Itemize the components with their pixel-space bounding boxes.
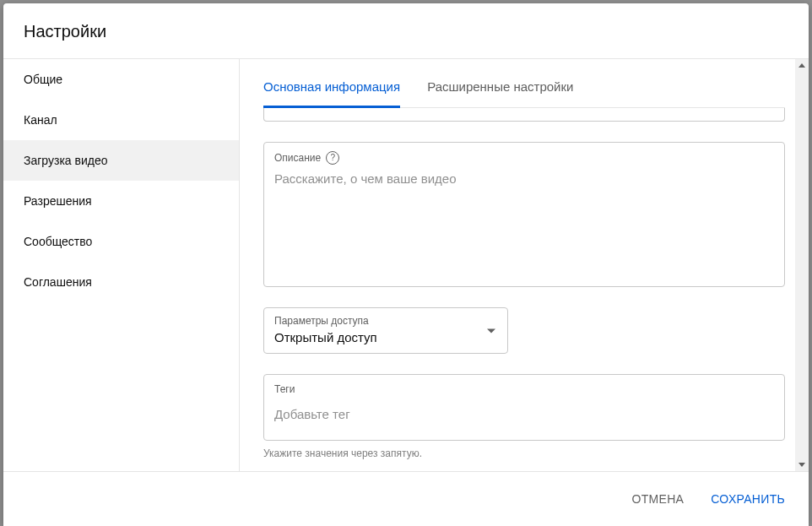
- save-button[interactable]: СОХРАНИТЬ: [707, 485, 788, 512]
- tags-input[interactable]: [274, 407, 774, 426]
- sidebar-item-permissions[interactable]: Разрешения: [3, 181, 239, 221]
- chevron-down-icon: [487, 328, 495, 333]
- tags-label: Теги: [274, 383, 774, 395]
- sidebar-item-label: Общие: [24, 73, 62, 86]
- scrollbar[interactable]: [795, 59, 809, 471]
- tab-advanced-settings[interactable]: Расширенные настройки: [427, 79, 573, 108]
- tab-basic-info[interactable]: Основная информация: [263, 79, 400, 108]
- settings-sidebar: Общие Канал Загрузка видео Разрешения Со…: [3, 59, 240, 471]
- description-label: Описание ?: [274, 151, 774, 165]
- tags-label-text: Теги: [274, 383, 295, 395]
- modal-body: Общие Канал Загрузка видео Разрешения Со…: [3, 59, 809, 471]
- sidebar-item-agreements[interactable]: Соглашения: [3, 262, 239, 302]
- sidebar-item-label: Загрузка видео: [24, 154, 108, 167]
- modal-title: Настройки: [24, 22, 788, 41]
- tags-helper-text: Укажите значения через запятую.: [263, 447, 785, 459]
- modal-header: Настройки: [3, 3, 809, 59]
- cancel-button[interactable]: ОТМЕНА: [629, 485, 688, 512]
- sidebar-item-general[interactable]: Общие: [3, 59, 239, 100]
- tab-label: Расширенные настройки: [427, 79, 573, 94]
- scroll-down-icon[interactable]: [795, 458, 809, 471]
- sidebar-item-label: Канал: [24, 113, 57, 127]
- visibility-label: Параметры доступа: [274, 315, 497, 327]
- sidebar-item-channel[interactable]: Канал: [3, 100, 239, 140]
- visibility-value: Открытый доступ: [274, 330, 497, 344]
- scroll-up-icon[interactable]: [795, 59, 809, 73]
- visibility-select[interactable]: Параметры доступа Открытый доступ: [263, 307, 508, 354]
- tab-label: Основная информация: [263, 79, 400, 94]
- sidebar-item-label: Соглашения: [24, 275, 92, 289]
- settings-modal: Настройки Общие Канал Загрузка видео Раз…: [3, 3, 809, 526]
- description-field[interactable]: Описание ?: [263, 142, 785, 287]
- description-label-text: Описание: [274, 152, 321, 164]
- title-field-bottom-edge: [263, 108, 785, 122]
- settings-content[interactable]: Основная информация Расширенные настройк…: [240, 59, 809, 471]
- description-input[interactable]: [274, 171, 774, 273]
- sidebar-item-label: Разрешения: [24, 194, 92, 208]
- help-icon[interactable]: ?: [326, 151, 339, 165]
- sidebar-item-community[interactable]: Сообщество: [3, 221, 239, 262]
- sidebar-item-upload-defaults[interactable]: Загрузка видео: [3, 140, 239, 181]
- content-wrap: Основная информация Расширенные настройк…: [240, 59, 809, 471]
- tags-field[interactable]: Теги: [263, 374, 785, 441]
- tabs: Основная информация Расширенные настройк…: [263, 59, 785, 108]
- sidebar-item-label: Сообщество: [24, 235, 92, 248]
- modal-footer: ОТМЕНА СОХРАНИТЬ: [3, 471, 809, 526]
